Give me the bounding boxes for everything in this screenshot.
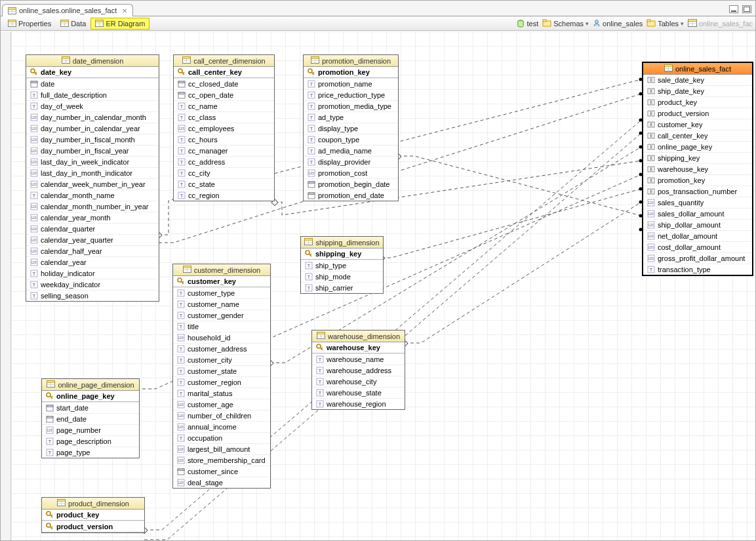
entity-title: warehouse_dimension	[328, 332, 400, 340]
column-row: product_version	[643, 108, 752, 119]
column-name: shipping_key	[315, 250, 361, 258]
column-row: customer_key	[643, 119, 752, 130]
column-row: shipping_key	[643, 152, 752, 163]
breadcrumb-label: online_sales_fac	[699, 20, 753, 28]
column-row: customer_since	[173, 466, 270, 477]
column-name: promotion_key	[318, 68, 370, 76]
breadcrumb-label: online_sales	[603, 20, 643, 28]
column-row: promotion_media_type	[304, 100, 398, 111]
column-row: net_dollar_amount	[643, 230, 752, 241]
column-name: ship_date_key	[658, 87, 704, 95]
column-row: promotion_key	[304, 67, 398, 78]
column-row: cc_closed_date	[174, 78, 274, 89]
column-row: sale_date_key	[643, 75, 752, 85]
column-row: warehouse_state	[312, 387, 405, 398]
column-name: warehouse_city	[327, 378, 376, 386]
table-icon	[60, 20, 69, 27]
column-row: price_reduction_type	[304, 89, 398, 100]
column-name: gross_profit_dollar_amount	[658, 254, 745, 262]
column-row: full_date_description	[26, 89, 159, 100]
column-row: calendar_year	[26, 256, 159, 268]
column-name: coupon_type	[318, 136, 359, 144]
breadcrumb-schema[interactable]: online_sales	[593, 19, 643, 28]
column-row: promotion_key	[643, 174, 752, 186]
column-name: promotion_begin_date	[318, 180, 389, 188]
column-row: call_center_key	[643, 130, 752, 141]
column-name: product_key	[658, 98, 697, 106]
column-row: calendar_half_year	[26, 245, 159, 256]
entity-header: shipping_dimension	[301, 237, 383, 249]
column-name: day_number_in_fiscal_month	[41, 136, 135, 144]
breadcrumb-table[interactable]: online_sales_fac	[688, 19, 753, 28]
entity-online-sales-fact[interactable]: online_sales_fact sale_date_key ship_dat…	[642, 62, 753, 276]
column-row: product_key	[643, 96, 752, 108]
tab-data[interactable]: Data	[56, 18, 90, 30]
column-row: ship_mode	[301, 271, 383, 282]
column-name: customer_since	[188, 468, 238, 475]
breadcrumb-schemas[interactable]: Schemas ▾	[542, 19, 589, 28]
entity-promotion-dimension[interactable]: promotion_dimension promotion_key promot…	[303, 54, 399, 201]
column-name: calendar_year	[41, 258, 87, 266]
breadcrumb-label: Schemas	[553, 20, 584, 28]
column-row: cc_city	[174, 167, 274, 178]
type-icon	[177, 479, 185, 487]
entity-date-dimension[interactable]: date_dimension date_key date full_date_d…	[26, 54, 159, 302]
column-row: promotion_end_date	[304, 190, 398, 201]
column-row: calendar_month_name	[26, 190, 159, 201]
diagram-canvas[interactable]: date_dimension date_key date full_date_d…	[11, 31, 755, 540]
column-name: online_page_key	[56, 392, 115, 400]
column-row: day_number_in_fiscal_year	[26, 145, 159, 156]
entity-shipping-dimension[interactable]: shipping_dimension shipping_key ship_typ…	[300, 236, 384, 294]
column-row: call_center_key	[174, 67, 274, 78]
column-name: warehouse_state	[327, 389, 382, 397]
folder-icon	[542, 19, 551, 28]
entity-call-center-dimension[interactable]: call_center_dimension call_center_key cc…	[173, 54, 275, 201]
column-name: full_date_description	[41, 91, 107, 99]
column-name: net_dollar_amount	[658, 232, 717, 240]
column-name: cc_closed_date	[188, 80, 238, 88]
editor-tab[interactable]: online_sales.online_sales_fact ✕	[2, 4, 133, 16]
column-row: warehouse_key	[643, 163, 752, 174]
column-row: page_description	[42, 435, 139, 447]
column-name: page_number	[56, 426, 101, 434]
column-name: annual_income	[188, 423, 237, 431]
close-icon[interactable]: ✕	[119, 7, 127, 14]
column-row: start_date	[42, 402, 139, 413]
column-name: calendar_month_name	[41, 191, 115, 199]
entity-product-dimension[interactable]: product_dimension product_key product_ve…	[41, 497, 145, 533]
type-icon	[305, 284, 313, 292]
column-row: page_number	[42, 424, 139, 435]
column-row: customer_state	[173, 365, 270, 376]
entity-header: customer_dimension	[173, 264, 270, 276]
column-row: product_version	[42, 521, 144, 532]
column-row: display_provider	[304, 156, 398, 167]
column-row: store_membership_card	[173, 454, 270, 466]
column-row: promotion_begin_date	[304, 178, 398, 190]
editor-tab-title: online_sales.online_sales_fact	[19, 7, 117, 14]
tab-properties[interactable]: Properties	[3, 18, 56, 30]
chevron-down-icon: ▾	[681, 20, 684, 27]
entity-customer-dimension[interactable]: customer_dimension customer_key customer…	[172, 264, 271, 489]
breadcrumb-tables[interactable]: Tables ▾	[647, 19, 684, 28]
column-name: warehouse_address	[327, 367, 391, 374]
column-name: deal_stage	[188, 479, 223, 487]
column-name: sales_quantity	[658, 199, 704, 207]
tab-er-diagram[interactable]: ER Diagram	[90, 18, 149, 30]
entity-header: warehouse_dimension	[312, 331, 405, 342]
type-icon	[316, 400, 324, 408]
minimize-icon[interactable]	[729, 5, 738, 13]
table-icon	[688, 19, 697, 28]
column-name: largest_bill_amount	[188, 445, 250, 453]
entity-title: online_sales_fact	[675, 65, 731, 73]
entity-title: shipping_dimension	[315, 239, 379, 247]
entity-online-page-dimension[interactable]: online_page_dimension online_page_key st…	[41, 378, 140, 458]
breadcrumb-db[interactable]: test	[516, 20, 539, 28]
column-row: customer_age	[173, 399, 270, 410]
maximize-icon[interactable]	[742, 5, 751, 13]
column-name: promotion_name	[318, 80, 372, 88]
entity-warehouse-dimension[interactable]: warehouse_dimension warehouse_key wareho…	[311, 330, 405, 410]
column-row: end_date	[42, 413, 139, 424]
column-name: customer_region	[188, 378, 241, 386]
column-row: page_type	[42, 447, 139, 458]
column-name: display_type	[318, 125, 358, 132]
